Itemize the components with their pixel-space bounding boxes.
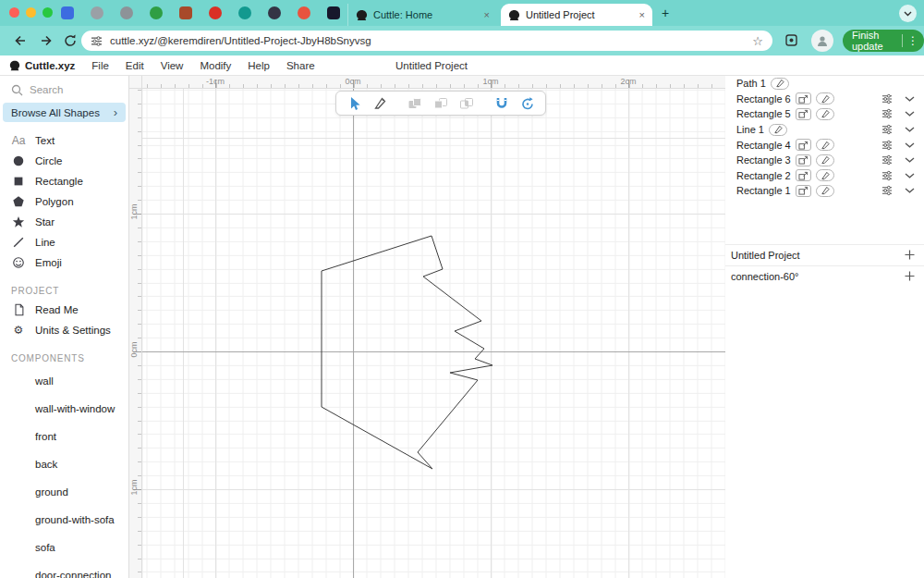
url-text[interactable]: cuttle.xyz/@keremdiren/Untitled-Project-…	[110, 35, 371, 46]
transform-button[interactable]	[796, 169, 811, 181]
new-tab-button[interactable]: +	[658, 6, 673, 20]
finish-update-button[interactable]: Finish update ⋮	[843, 30, 924, 52]
collapse-chevron-icon[interactable]	[905, 111, 915, 117]
layer-name[interactable]: Rectangle 1	[736, 185, 791, 196]
subtract-tool[interactable]	[432, 94, 450, 113]
layer-row-rectangle-3[interactable]: Rectangle 3	[725, 153, 924, 168]
layer-row-rectangle-5[interactable]: Rectangle 5	[725, 106, 924, 122]
sidebar-item-read-me[interactable]: Read Me	[0, 300, 128, 320]
layer-row-rectangle-2[interactable]: Rectangle 2	[725, 168, 924, 184]
collapse-chevron-icon[interactable]	[905, 173, 915, 178]
menu-file[interactable]: File	[91, 60, 109, 71]
window-zoom-button[interactable]	[43, 7, 53, 18]
union-tool[interactable]	[406, 94, 424, 113]
bookmark-star-icon[interactable]: ☆	[752, 34, 763, 48]
component-item-wall-with-window[interactable]: wall-with-window	[0, 395, 128, 423]
edit-shape-button[interactable]	[769, 124, 787, 136]
forward-icon[interactable]	[39, 33, 54, 48]
pinned-tab-icon[interactable]	[327, 6, 340, 19]
layer-row-rectangle-1[interactable]: Rectangle 1	[725, 183, 924, 199]
address-bar[interactable]: cuttle.xyz/@keremdiren/Untitled-Project-…	[81, 31, 772, 51]
layer-name[interactable]: Rectangle 6	[736, 93, 791, 105]
add-instance-button[interactable]	[905, 250, 915, 260]
group-row-untitled-project[interactable]: Untitled Project	[725, 244, 924, 265]
layer-name[interactable]: Rectangle 3	[736, 154, 791, 166]
layer-row-rectangle-4[interactable]: Rectangle 4	[725, 137, 924, 153]
component-item-wall[interactable]: wall	[0, 367, 128, 395]
collapse-chevron-icon[interactable]	[905, 96, 915, 102]
shape-item-star[interactable]: Star	[0, 212, 128, 232]
pinned-tab-icon[interactable]	[179, 6, 192, 19]
group-name[interactable]: connection-60°	[731, 271, 799, 282]
edit-shape-button[interactable]	[816, 108, 834, 120]
pen-tool[interactable]	[371, 94, 389, 113]
tune-icon[interactable]	[881, 93, 893, 105]
edit-shape-button[interactable]	[816, 185, 834, 197]
pinned-tab-icon[interactable]	[298, 6, 310, 19]
menu-view[interactable]: View	[161, 60, 184, 71]
edit-shape-button[interactable]	[816, 139, 834, 151]
intersect-tool[interactable]	[457, 94, 476, 113]
window-minimize-button[interactable]	[26, 7, 36, 18]
rotate-tool[interactable]	[518, 94, 537, 113]
tab-cuttle-home[interactable]: Cuttle: Home ×	[347, 4, 497, 26]
component-item-sofa[interactable]: sofa	[0, 534, 128, 561]
shape-item-emoji[interactable]: Emoji	[0, 252, 128, 273]
shape-item-polygon[interactable]: Polygon	[0, 191, 128, 212]
edit-shape-button[interactable]	[771, 78, 789, 90]
transform-button[interactable]	[796, 108, 811, 120]
search-input[interactable]: Search	[0, 80, 128, 100]
select-tool[interactable]	[345, 94, 363, 113]
tab-search-button[interactable]	[899, 5, 917, 22]
layer-name[interactable]: Rectangle 4	[736, 140, 791, 151]
canvas-shape[interactable]	[142, 89, 725, 578]
sidebar-item-units-settings[interactable]: ⚙ Units & Settings	[0, 320, 128, 340]
tab-close-icon[interactable]: ×	[484, 9, 490, 20]
tune-icon[interactable]	[881, 124, 893, 135]
transform-button[interactable]	[796, 185, 811, 197]
shape-item-line[interactable]: Line	[0, 232, 128, 252]
canvas-grid[interactable]	[142, 89, 725, 578]
collapse-chevron-icon[interactable]	[905, 157, 915, 163]
tune-icon[interactable]	[881, 154, 893, 166]
pinned-tab-icon[interactable]	[209, 6, 222, 19]
component-item-ground-with-sofa[interactable]: ground-with-sofa	[0, 506, 128, 534]
component-item-back[interactable]: back	[0, 450, 128, 478]
transform-button[interactable]	[796, 154, 811, 166]
edit-shape-button[interactable]	[816, 92, 834, 105]
collapse-chevron-icon[interactable]	[905, 188, 915, 193]
refresh-icon[interactable]	[63, 33, 78, 48]
shape-item-circle[interactable]: Circle	[0, 151, 128, 171]
layer-name[interactable]: Path 1	[736, 78, 766, 89]
group-row-connection-60[interactable]: connection-60°	[725, 265, 924, 287]
extension-icon[interactable]	[784, 32, 799, 48]
collapse-chevron-icon[interactable]	[905, 127, 915, 132]
transform-button[interactable]	[796, 92, 811, 105]
tune-icon[interactable]	[881, 140, 893, 151]
menu-modify[interactable]: Modify	[200, 60, 231, 71]
menu-share[interactable]: Share	[286, 60, 315, 71]
app-brand[interactable]: Cuttle.xyz	[9, 60, 75, 71]
group-name[interactable]: Untitled Project	[731, 250, 800, 261]
tab-close-icon[interactable]: ×	[639, 9, 645, 20]
component-item-door-connection[interactable]: door-connection	[0, 561, 128, 578]
menu-help[interactable]: Help	[248, 60, 270, 71]
kebab-menu-icon[interactable]: ⋮	[907, 34, 918, 47]
transform-button[interactable]	[796, 139, 811, 151]
back-icon[interactable]	[13, 33, 28, 48]
collapse-chevron-icon[interactable]	[905, 142, 915, 148]
pinned-tab-icon[interactable]	[238, 6, 251, 19]
browse-all-shapes-button[interactable]: Browse All Shapes ›	[3, 103, 126, 122]
shape-item-text[interactable]: Aa Text	[0, 130, 128, 151]
component-item-ground[interactable]: ground	[0, 478, 128, 506]
profile-avatar[interactable]	[811, 30, 833, 52]
layer-row-path-1[interactable]: Path 1	[725, 76, 924, 92]
tune-icon[interactable]	[881, 185, 893, 196]
pinned-tab-icon[interactable]	[150, 6, 163, 19]
layer-row-line-1[interactable]: Line 1	[725, 122, 924, 138]
window-close-button[interactable]	[9, 7, 19, 18]
pinned-tab-icon[interactable]	[120, 6, 133, 19]
add-instance-button[interactable]	[905, 271, 915, 281]
pinned-tab-icon[interactable]	[61, 6, 74, 19]
tune-icon[interactable]	[881, 170, 893, 181]
